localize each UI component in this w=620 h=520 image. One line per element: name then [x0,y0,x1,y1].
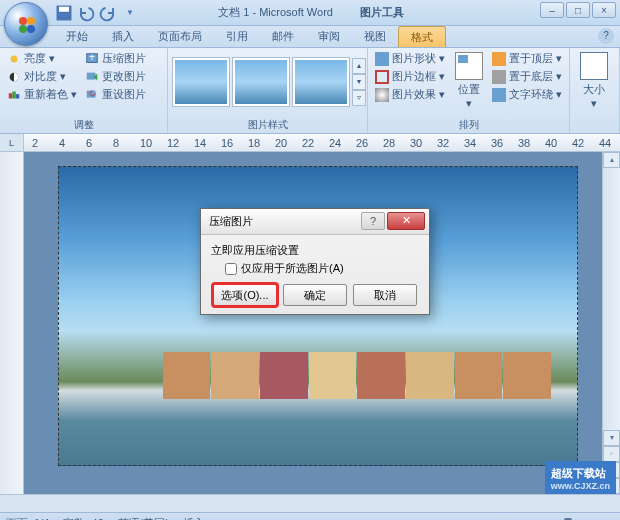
style-thumb[interactable] [292,57,350,107]
send-back-button[interactable]: 置于底层 ▾ [489,68,565,85]
bring-front-button[interactable]: 置于顶层 ▾ [489,50,565,67]
position-button[interactable]: 位置▾ [450,50,487,112]
recolor-button[interactable]: 重新着色 ▾ [4,86,80,103]
help-icon[interactable]: ? [598,28,614,44]
ok-button[interactable]: 确定 [283,284,347,306]
contrast-button[interactable]: 对比度 ▾ [4,68,80,85]
scroll-up-icon[interactable]: ▴ [603,152,620,168]
svg-rect-5 [59,6,69,11]
gallery-down-icon[interactable]: ▾ [352,74,366,90]
dialog-help-icon[interactable]: ? [361,212,385,230]
apply-selected-checkbox[interactable] [225,263,237,275]
dialog-titlebar[interactable]: 压缩图片 ? ✕ [201,209,429,235]
tab-home[interactable]: 开始 [54,26,100,47]
status-page[interactable]: 页面: 1/4 [6,516,49,520]
redo-icon[interactable] [98,3,118,23]
tab-insert[interactable]: 插入 [100,26,146,47]
window-title: 文档 1 - Microsoft Word [218,5,333,20]
ribbon-group-arrange: 图片形状 ▾ 图片边框 ▾ 图片效果 ▾ 位置▾ 置于顶层 ▾ 置于底层 ▾ 文… [368,48,570,133]
gallery-more-icon[interactable]: ▿ [352,90,366,106]
document-area: ▴ ▾ ◦ ● ◦ [0,152,620,494]
ribbon-group-styles: ▴▾▿ 图片样式 [168,48,368,133]
dialog-title: 压缩图片 [209,214,253,229]
tab-view[interactable]: 视图 [352,26,398,47]
vertical-ruler[interactable] [0,152,24,494]
compress-pictures-dialog: 压缩图片 ? ✕ 立即应用压缩设置 仅应用于所选图片(A) 选项(O)... 确… [200,208,430,315]
status-mode[interactable]: 插入 [183,516,205,520]
brightness-button[interactable]: 亮度 ▾ [4,50,80,67]
style-thumb[interactable] [232,57,290,107]
change-picture-button[interactable]: 更改图片 [82,68,149,85]
size-button[interactable]: 大小▾ [574,50,614,112]
vertical-scrollbar[interactable]: ▴ ▾ ◦ ● ◦ [602,152,620,494]
quick-access-toolbar: ▼ [54,3,140,23]
reset-picture-button[interactable]: 重设图片 [82,86,149,103]
status-words[interactable]: 字数: 40 [63,516,103,520]
svg-point-0 [19,17,27,25]
close-button[interactable]: × [592,2,616,18]
contextual-tab-label: 图片工具 [360,5,404,20]
ribbon: 亮度 ▾ 对比度 ▾ 重新着色 ▾ 压缩图片 更改图片 重设图片 调整 ▴▾▿ … [0,48,620,134]
dialog-heading: 立即应用压缩设置 [211,243,419,258]
horizontal-ruler[interactable]: L 24681012141618202224262830323436384042… [0,134,620,152]
qat-dropdown-icon[interactable]: ▼ [120,3,140,23]
gallery-up-icon[interactable]: ▴ [352,58,366,74]
minimize-button[interactable]: – [540,2,564,18]
svg-rect-10 [16,94,20,98]
ribbon-group-size: 大小▾ [570,48,620,133]
ribbon-tabs: 开始 插入 页面布局 引用 邮件 审阅 视图 格式 ? [0,26,620,48]
maximize-button[interactable]: □ [566,2,590,18]
styles-gallery[interactable]: ▴▾▿ [172,50,366,114]
svg-point-3 [27,25,35,33]
compress-button[interactable]: 压缩图片 [82,50,149,67]
svg-point-1 [27,17,35,25]
text-wrap-button[interactable]: 文字环绕 ▾ [489,86,565,103]
svg-rect-8 [9,93,13,98]
title-bar: ▼ 文档 1 - Microsoft Word 图片工具 – □ × [0,0,620,26]
svg-point-2 [19,25,27,33]
prev-page-icon[interactable]: ◦ [603,446,620,462]
horizontal-scrollbar[interactable] [0,494,620,512]
status-bar: 页面: 1/4 字数: 40 英语(美国) 插入 ▦ ▤ ▥ ▧ ▨ 100% … [0,512,620,520]
options-button[interactable]: 选项(O)... [213,284,277,306]
scroll-down-icon[interactable]: ▾ [603,430,620,446]
svg-rect-12 [87,72,96,79]
ruler-corner[interactable]: L [0,134,24,152]
office-button[interactable] [4,2,48,46]
document-canvas[interactable] [24,152,602,494]
tab-format[interactable]: 格式 [398,26,446,47]
svg-point-6 [11,55,18,62]
checkbox-label: 仅应用于所选图片(A) [241,261,344,276]
picture-border-button[interactable]: 图片边框 ▾ [372,68,448,85]
tab-references[interactable]: 引用 [214,26,260,47]
ribbon-group-adjust: 亮度 ▾ 对比度 ▾ 重新着色 ▾ 压缩图片 更改图片 重设图片 调整 [0,48,168,133]
tab-review[interactable]: 审阅 [306,26,352,47]
svg-rect-9 [12,91,16,98]
tab-layout[interactable]: 页面布局 [146,26,214,47]
save-icon[interactable] [54,3,74,23]
status-lang[interactable]: 英语(美国) [118,516,169,520]
picture-effects-button[interactable]: 图片效果 ▾ [372,86,448,103]
cancel-button[interactable]: 取消 [353,284,417,306]
dialog-close-icon[interactable]: ✕ [387,212,425,230]
undo-icon[interactable] [76,3,96,23]
style-thumb[interactable] [172,57,230,107]
picture-shape-button[interactable]: 图片形状 ▾ [372,50,448,67]
watermark: 超级下载站www.CJXZ.cn [545,461,616,494]
tab-mailings[interactable]: 邮件 [260,26,306,47]
